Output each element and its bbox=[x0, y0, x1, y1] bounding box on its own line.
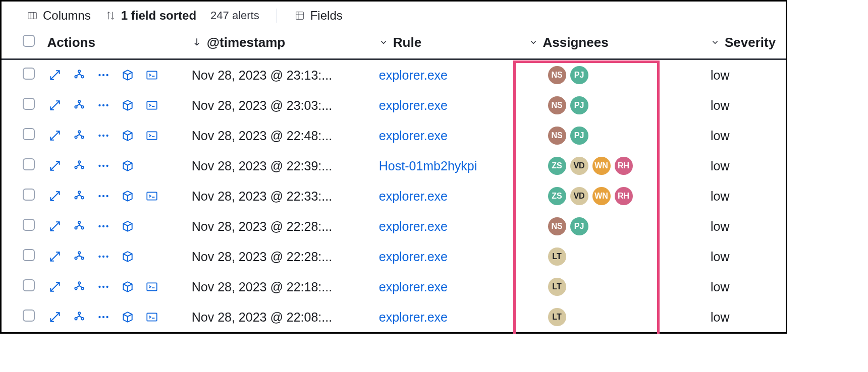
avatar[interactable]: LT bbox=[548, 308, 566, 326]
row-checkbox[interactable] bbox=[23, 128, 35, 140]
cube-icon[interactable] bbox=[120, 279, 135, 294]
expand-icon[interactable] bbox=[47, 279, 63, 294]
header-severity[interactable]: Severity bbox=[706, 28, 786, 59]
more-actions-icon[interactable] bbox=[96, 309, 111, 325]
row-checkbox[interactable] bbox=[23, 158, 35, 170]
rule-link[interactable]: explorer.exe bbox=[379, 280, 448, 294]
more-actions-icon[interactable] bbox=[96, 158, 111, 173]
session-view-icon[interactable] bbox=[144, 279, 159, 294]
cube-icon[interactable] bbox=[120, 189, 135, 204]
expand-icon[interactable] bbox=[47, 158, 63, 173]
row-checkbox[interactable] bbox=[23, 189, 35, 201]
avatar[interactable]: LT bbox=[548, 278, 566, 296]
session-view-icon[interactable] bbox=[144, 189, 159, 204]
analyze-icon[interactable] bbox=[72, 68, 87, 83]
avatar[interactable]: PJ bbox=[570, 127, 588, 145]
expand-icon[interactable] bbox=[47, 98, 63, 113]
timestamp-cell: Nov 28, 2023 @ 22:08:... bbox=[187, 302, 374, 332]
rule-link[interactable]: explorer.exe bbox=[379, 189, 448, 203]
columns-button[interactable]: Columns bbox=[27, 9, 91, 23]
cube-icon[interactable] bbox=[120, 249, 135, 264]
more-actions-icon[interactable] bbox=[96, 189, 111, 204]
avatar[interactable]: PJ bbox=[570, 66, 588, 84]
avatar[interactable]: PJ bbox=[570, 96, 588, 114]
session-view-icon[interactable] bbox=[144, 128, 159, 143]
assignees-cell: LT bbox=[524, 302, 706, 332]
analyze-icon[interactable] bbox=[72, 98, 87, 113]
expand-icon[interactable] bbox=[47, 309, 63, 325]
avatar[interactable]: PJ bbox=[570, 217, 588, 235]
cube-icon[interactable] bbox=[120, 219, 135, 234]
svg-point-51 bbox=[78, 282, 80, 284]
more-actions-icon[interactable] bbox=[96, 98, 111, 113]
severity-cell: low bbox=[706, 241, 786, 272]
avatar[interactable]: RH bbox=[615, 157, 633, 175]
row-checkbox[interactable] bbox=[23, 309, 35, 322]
avatar[interactable]: NS bbox=[548, 217, 566, 235]
header-timestamp[interactable]: @timestamp bbox=[187, 28, 374, 59]
analyze-icon[interactable] bbox=[72, 128, 87, 143]
analyze-icon[interactable] bbox=[72, 219, 87, 234]
avatar[interactable]: RH bbox=[615, 187, 633, 205]
cube-icon[interactable] bbox=[120, 128, 135, 143]
svg-point-9 bbox=[78, 100, 80, 102]
svg-point-44 bbox=[78, 252, 80, 254]
row-checkbox[interactable] bbox=[23, 219, 35, 231]
expand-icon[interactable] bbox=[47, 189, 63, 204]
more-actions-icon[interactable] bbox=[96, 249, 111, 264]
cube-icon[interactable] bbox=[120, 158, 135, 173]
header-checkbox[interactable] bbox=[2, 28, 42, 59]
severity-cell: low bbox=[706, 120, 786, 151]
cube-icon[interactable] bbox=[120, 68, 135, 83]
avatar[interactable]: VD bbox=[570, 187, 588, 205]
cube-icon[interactable] bbox=[120, 98, 135, 113]
svg-point-49 bbox=[106, 256, 108, 258]
analyze-icon[interactable] bbox=[72, 309, 87, 325]
avatar[interactable]: WN bbox=[592, 157, 611, 175]
avatar[interactable]: ZS bbox=[548, 187, 566, 205]
rule-link[interactable]: explorer.exe bbox=[379, 129, 448, 143]
header-assignees[interactable]: Assignees bbox=[524, 28, 706, 59]
rule-link[interactable]: explorer.exe bbox=[379, 68, 448, 82]
avatar[interactable]: NS bbox=[548, 127, 566, 145]
rule-link[interactable]: explorer.exe bbox=[379, 219, 448, 233]
fields-button[interactable]: Fields bbox=[294, 9, 343, 23]
analyze-icon[interactable] bbox=[72, 249, 87, 264]
more-actions-icon[interactable] bbox=[96, 219, 111, 234]
row-checkbox[interactable] bbox=[23, 98, 35, 110]
row-checkbox[interactable] bbox=[23, 68, 35, 80]
table-row: Nov 28, 2023 @ 22:39:...Host-01mb2hykpiZ… bbox=[2, 151, 786, 181]
more-actions-icon[interactable] bbox=[96, 128, 111, 143]
avatar[interactable]: NS bbox=[548, 96, 566, 114]
avatar[interactable]: WN bbox=[592, 187, 611, 205]
avatar[interactable]: ZS bbox=[548, 157, 566, 175]
rule-link[interactable]: explorer.exe bbox=[379, 310, 448, 324]
table-row: Nov 28, 2023 @ 22:08:...explorer.exeLTlo… bbox=[2, 302, 786, 332]
expand-icon[interactable] bbox=[47, 249, 63, 264]
analyze-icon[interactable] bbox=[72, 158, 87, 173]
avatar[interactable]: VD bbox=[570, 157, 588, 175]
more-actions-icon[interactable] bbox=[96, 68, 111, 83]
timestamp-cell: Nov 28, 2023 @ 22:39:... bbox=[187, 151, 374, 181]
session-view-icon[interactable] bbox=[144, 68, 159, 83]
row-checkbox[interactable] bbox=[23, 249, 35, 261]
cube-icon[interactable] bbox=[120, 309, 135, 325]
analyze-icon[interactable] bbox=[72, 279, 87, 294]
rule-link[interactable]: Host-01mb2hykpi bbox=[379, 159, 477, 173]
session-view-icon[interactable] bbox=[144, 309, 159, 325]
avatar[interactable]: NS bbox=[548, 66, 566, 84]
row-checkbox[interactable] bbox=[23, 279, 35, 291]
svg-point-33 bbox=[98, 195, 100, 197]
expand-icon[interactable] bbox=[47, 128, 63, 143]
session-view-icon[interactable] bbox=[144, 98, 159, 113]
rule-link[interactable]: explorer.exe bbox=[379, 98, 448, 112]
more-actions-icon[interactable] bbox=[96, 279, 111, 294]
sort-button[interactable]: 1 field sorted bbox=[105, 9, 196, 23]
rule-link[interactable]: explorer.exe bbox=[379, 250, 448, 264]
header-rule[interactable]: Rule bbox=[374, 28, 524, 59]
svg-rect-8 bbox=[147, 71, 157, 79]
avatar[interactable]: LT bbox=[548, 247, 566, 266]
expand-icon[interactable] bbox=[47, 219, 63, 234]
analyze-icon[interactable] bbox=[72, 189, 87, 204]
expand-icon[interactable] bbox=[47, 68, 63, 83]
